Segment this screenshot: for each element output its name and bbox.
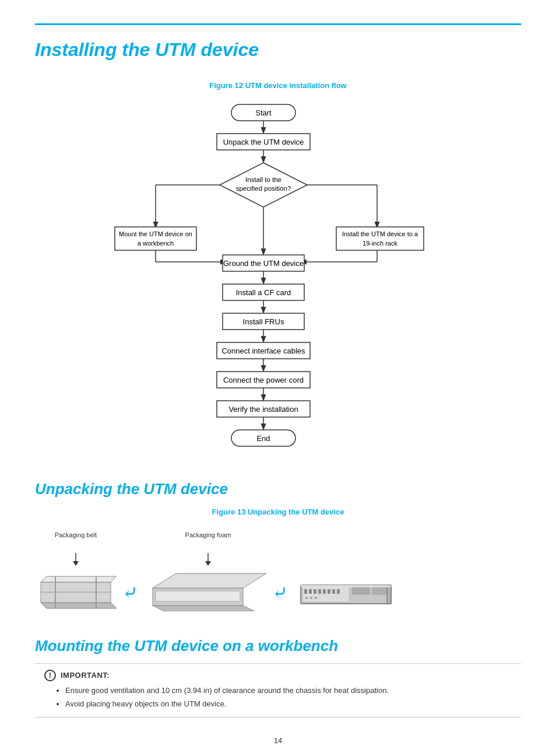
packaging-foam-label: Packaging foam [185,530,231,540]
important-box: ! IMPORTANT: Ensure good ventilation and… [35,663,521,718]
svg-text:Verify the installation: Verify the installation [228,405,298,414]
svg-rect-73 [387,585,391,604]
important-header: ! IMPORTANT: [44,670,512,681]
svg-text:Unpack the UTM device: Unpack the UTM device [223,138,304,146]
svg-text:Install to the: Install to the [245,176,281,183]
packaging-belt-label: Packaging belt [55,530,97,540]
svg-point-70 [315,597,317,599]
svg-rect-64 [323,589,326,594]
flowchart-container: Start Unpack the UTM device Install to t… [35,99,521,460]
svg-text:End: End [256,434,270,443]
packaging-foam-svg [150,570,266,611]
figure-13-caption: Figure 13 Unpacking the UTM device [35,506,521,518]
svg-point-69 [310,597,312,599]
svg-marker-53 [205,561,211,566]
svg-marker-45 [73,561,79,566]
important-label: IMPORTANT: [61,670,110,681]
svg-text:a workbench: a workbench [138,240,174,247]
svg-marker-56 [153,573,266,588]
installing-title: Installing the UTM device [35,36,521,64]
curve-arrow-1: ⤶ [122,583,138,602]
mounting-title: Mounting the UTM device on a workbench [35,635,521,657]
utm-device-svg [300,579,393,611]
important-list: Ensure good ventilation and 10 cm (3.94 … [65,685,512,709]
svg-rect-66 [332,589,335,594]
svg-marker-54 [153,606,255,611]
svg-text:Connect the power cord: Connect the power cord [223,376,304,384]
svg-rect-61 [309,589,312,594]
figure-12-caption: Figure 12 UTM device installation flow [35,80,521,92]
important-icon: ! [44,670,56,681]
page: Installing the UTM device Figure 12 UTM … [0,0,556,756]
svg-rect-60 [304,589,307,594]
svg-rect-59 [302,587,349,602]
svg-text:Install a CF card: Install a CF card [236,288,291,297]
flowchart-svg: Start Unpack the UTM device Install to t… [103,99,453,460]
svg-marker-48 [41,576,117,582]
svg-point-68 [305,597,308,599]
svg-text:specified position?: specified position? [236,185,291,192]
svg-rect-74 [301,585,391,587]
svg-marker-46 [41,603,117,608]
svg-text:Connect interface cables: Connect interface cables [221,346,305,355]
svg-rect-67 [337,589,340,594]
svg-text:Ground the UTM device: Ground the UTM device [223,259,304,268]
svg-text:19-inch rack: 19-inch rack [363,240,397,247]
svg-text:Start: Start [255,108,272,117]
svg-text:Install FRUs: Install FRUs [243,317,284,326]
top-rule [35,23,521,25]
svg-rect-57 [156,591,240,601]
packaging-belt-svg [35,570,117,611]
important-item-2: Avoid placing heavy objects on the UTM d… [65,698,512,710]
svg-rect-62 [314,589,316,594]
svg-rect-65 [328,589,330,594]
svg-rect-72 [372,587,387,594]
unpacking-figure: Packaging belt ⤶ Packaging [35,524,521,617]
svg-rect-63 [318,589,321,594]
curve-arrow-2: ⤶ [272,583,288,602]
utm-device-item [300,552,393,611]
svg-text:Mount the UTM device on: Mount the UTM device on [119,230,192,237]
packaging-foam-item: Packaging foam [150,530,266,611]
svg-rect-71 [352,587,370,594]
packaging-belt-item: Packaging belt [35,530,117,611]
unpacking-title: Unpacking the UTM device [35,478,521,501]
important-item-1: Ensure good ventilation and 10 cm (3.94 … [65,685,512,696]
svg-text:Install the UTM device to a: Install the UTM device to a [342,230,418,237]
page-number: 14 [35,735,521,747]
